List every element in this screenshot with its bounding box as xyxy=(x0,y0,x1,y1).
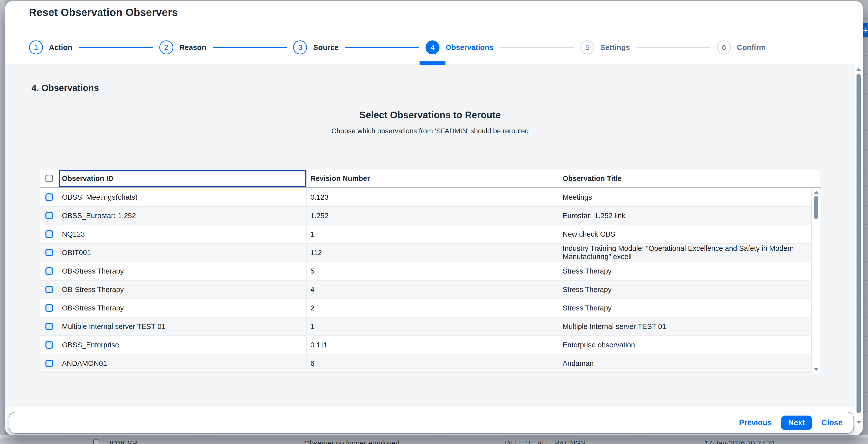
background-timestamp-cell: 17-Jan-2026 20:27:21 xyxy=(704,439,775,444)
revision-number-cell: 6 xyxy=(307,354,559,372)
table-row[interactable]: OB-Stress Therapy 5 Stress Therapy xyxy=(40,262,820,281)
step-1-label: Action xyxy=(49,43,72,52)
observation-title-cell: Enterprise observation xyxy=(559,336,811,354)
observation-title-cell: Stress Therapy xyxy=(559,299,811,317)
background-row-checkbox xyxy=(93,440,99,444)
table-scrollbar[interactable] xyxy=(811,189,820,373)
row-checkbox[interactable] xyxy=(45,230,53,238)
revision-number-cell: 2 xyxy=(307,299,559,317)
background-observer-cell: JONESR xyxy=(108,439,137,444)
scroll-down-icon[interactable] xyxy=(814,368,819,371)
revision-number-cell: 0.111 xyxy=(307,336,559,354)
step-4-label: Observations xyxy=(445,43,493,52)
scroll-up-icon[interactable] xyxy=(856,68,861,71)
dialog-scrollbar-thumb[interactable] xyxy=(857,74,861,413)
background-action-cell: DELETE_ALL_RATINGS xyxy=(505,439,586,444)
table-row[interactable]: OB-Stress Therapy 4 Stress Therapy xyxy=(40,281,820,299)
column-header-observation-id[interactable]: Observation ID xyxy=(58,169,307,187)
observation-title-cell: Meetings xyxy=(559,188,811,206)
table-row[interactable]: OBSS_Eurostar:-1.252 1.252 Eurostar:-1.2… xyxy=(40,207,820,225)
row-checkbox[interactable] xyxy=(45,212,53,219)
next-button[interactable]: Next xyxy=(781,416,812,430)
row-checkbox[interactable] xyxy=(45,304,53,312)
observation-id-cell: ANDAMON01 xyxy=(58,354,307,372)
section-heading: 4. Observations xyxy=(31,83,99,93)
step-1-badge: 1 xyxy=(29,40,43,55)
step-observations[interactable]: 4 Observations xyxy=(426,40,493,55)
row-checkbox[interactable] xyxy=(45,249,53,256)
select-all-cell xyxy=(40,169,58,187)
revision-number-cell: 5 xyxy=(307,262,559,280)
row-checkbox[interactable] xyxy=(45,360,53,367)
step-action[interactable]: 1 Action xyxy=(29,40,72,55)
step-connector xyxy=(213,47,287,48)
observation-title-cell: Stress Therapy xyxy=(559,262,811,280)
revision-number-cell: 1 xyxy=(307,225,559,243)
table-row[interactable]: OB-Stress Therapy 2 Stress Therapy xyxy=(40,299,820,317)
step-connector xyxy=(637,47,710,48)
step-2-label: Reason xyxy=(179,43,206,52)
observation-title-cell: Multiple Internal server TEST 01 xyxy=(559,317,811,336)
column-header-revision-number[interactable]: Revision Number xyxy=(307,169,559,187)
footer-toolbar: Previous Next Close xyxy=(9,412,854,434)
panel-subtitle: Choose which observations from 'SFADMIN'… xyxy=(40,127,820,135)
previous-button[interactable]: Previous xyxy=(739,418,772,427)
step-4-badge: 4 xyxy=(426,40,439,55)
table-scrollbar-thumb[interactable] xyxy=(814,196,818,219)
observation-title-cell: Eurostar:-1.252 link xyxy=(559,207,811,225)
panel-header: Select Observations to Reroute Choose wh… xyxy=(40,110,820,135)
row-checkbox[interactable] xyxy=(45,341,53,349)
table-row[interactable]: OBSS_Meetings(chats) 0.123 Meetings xyxy=(40,188,820,207)
table-row[interactable]: NQ123 1 New check OBS xyxy=(40,225,820,244)
step-6-badge: 6 xyxy=(717,40,731,55)
header-spacer-cell xyxy=(811,169,821,187)
background-reason-cell: Observer no longer employed xyxy=(304,439,400,444)
step-2-badge: 2 xyxy=(159,40,173,55)
step-reason[interactable]: 2 Reason xyxy=(159,40,206,55)
revision-number-cell: 1 xyxy=(307,317,559,336)
table-row[interactable]: OBSS_Enterprise 0.111 Enterprise observa… xyxy=(40,336,820,354)
observations-table: Observation ID Revision Number Observati… xyxy=(40,169,821,373)
dialog-header: Reset Observation Observers 1 Action 2 R… xyxy=(5,1,863,64)
step-connector xyxy=(500,47,574,48)
observation-id-cell: OBSS_Eurostar:-1.252 xyxy=(58,207,307,225)
row-checkbox[interactable] xyxy=(45,286,53,293)
step-connector xyxy=(79,47,153,48)
observation-id-cell: NQ123 xyxy=(58,225,307,243)
table-row[interactable]: Multiple Internal server TEST 01 1 Multi… xyxy=(40,317,820,336)
revision-number-cell: 1.252 xyxy=(307,207,559,225)
dialog-title: Reset Observation Observers xyxy=(29,6,178,19)
row-checkbox[interactable] xyxy=(45,267,53,275)
dialog-scrollbar[interactable] xyxy=(855,64,863,426)
revision-number-cell: 4 xyxy=(307,281,559,298)
observation-title-cell: New check OBS xyxy=(559,225,811,243)
step-settings[interactable]: 5 Settings xyxy=(580,40,630,55)
close-button[interactable]: Close xyxy=(822,418,842,427)
background-page-left-edge xyxy=(0,0,5,444)
select-all-checkbox[interactable] xyxy=(45,175,53,182)
column-header-observation-title[interactable]: Observation Title xyxy=(559,169,811,187)
row-checkbox[interactable] xyxy=(45,193,53,201)
step-source[interactable]: 3 Source xyxy=(293,40,339,55)
observation-id-cell: Multiple Internal server TEST 01 xyxy=(58,317,307,336)
table-row[interactable]: ANDAMON01 6 Andaman xyxy=(40,354,820,373)
scroll-down-icon[interactable] xyxy=(856,421,861,424)
step-3-badge: 3 xyxy=(293,40,307,55)
observation-id-cell: OBSS_Enterprise xyxy=(58,336,307,354)
observation-id-cell: OB-Stress Therapy xyxy=(58,299,307,317)
step-connector xyxy=(345,47,419,48)
observation-title-cell: Andaman xyxy=(559,354,811,372)
revision-number-cell: 112 xyxy=(307,244,559,261)
row-checkbox[interactable] xyxy=(45,323,53,330)
observation-id-cell: OB-Stress Therapy xyxy=(58,262,307,280)
scroll-up-icon[interactable] xyxy=(814,191,819,194)
step-confirm[interactable]: 6 Confirm xyxy=(717,40,766,55)
observation-title-cell: Stress Therapy xyxy=(559,281,811,298)
step-5-label: Settings xyxy=(600,43,630,52)
step-3-label: Source xyxy=(313,43,339,52)
table-row[interactable]: OBIT001 112 Industry Training Module: "O… xyxy=(40,244,820,262)
step-6-label: Confirm xyxy=(737,43,766,52)
table-header-row: Observation ID Revision Number Observati… xyxy=(40,169,820,188)
observation-id-cell: OB-Stress Therapy xyxy=(58,281,307,298)
wizard-stepper: 1 Action 2 Reason 3 Source 4 Observation… xyxy=(29,38,766,56)
